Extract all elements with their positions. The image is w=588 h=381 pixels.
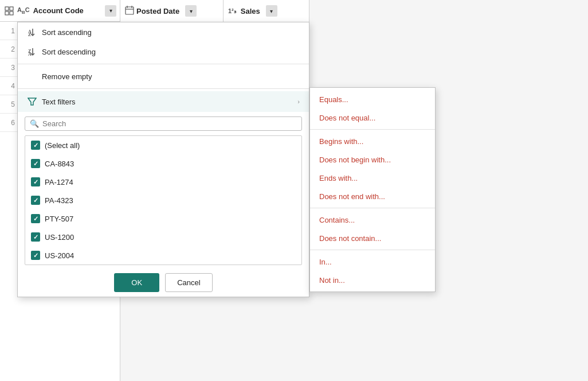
item-label: PA-4323	[45, 196, 73, 205]
search-icon: 🔍	[30, 119, 39, 128]
checkmark-icon: ✓	[33, 252, 38, 259]
item-label: PA-1274	[45, 178, 73, 186]
does-not-contain-item[interactable]: Does not contain...	[310, 229, 435, 247]
checkmark-icon: ✓	[33, 234, 38, 241]
menu-divider-2	[18, 88, 309, 89]
search-input[interactable]	[42, 119, 297, 128]
svg-rect-2	[5, 11, 9, 15]
submenu-divider-3	[310, 250, 435, 250]
in-label: In...	[319, 258, 332, 266]
svg-marker-14	[28, 98, 36, 105]
does-not-equal-item[interactable]: Does not equal...	[310, 108, 435, 127]
not-in-item[interactable]: Not in...	[310, 271, 435, 289]
select-all-item[interactable]: ✓ (Select all)	[25, 136, 301, 154]
does-not-contain-label: Does not contain...	[319, 234, 381, 243]
button-row: OK Cancel	[18, 273, 309, 292]
ends-with-item[interactable]: Ends with...	[310, 169, 435, 187]
sort-descending-label: Sort descending	[42, 48, 96, 56]
posted-date-type-icon	[125, 6, 134, 17]
posted-date-dropdown-button[interactable]: ▾	[185, 5, 197, 17]
item-label: US-2004	[45, 251, 74, 260]
checkmark-icon: ✓	[33, 160, 38, 168]
text-filters-item[interactable]: Text filters ›	[18, 91, 309, 112]
cancel-button[interactable]: Cancel	[165, 273, 212, 292]
row-number: 1	[3, 27, 15, 35]
item-label: US-1200	[45, 233, 74, 242]
list-item[interactable]: ✓ US-2004	[25, 246, 301, 265]
row-number: 2	[3, 45, 15, 53]
search-wrapper: 🔍	[18, 112, 309, 135]
checkbox-pty507[interactable]: ✓	[31, 214, 40, 223]
equals-label: Equals...	[319, 95, 348, 104]
text-filters-label: Text filters	[42, 98, 76, 106]
account-code-title: Account Code	[33, 6, 103, 15]
sort-ascending-icon: A Z	[27, 27, 37, 37]
in-item[interactable]: In...	[310, 252, 435, 271]
remove-empty-label: Remove empty	[42, 72, 92, 81]
sort-ascending-item[interactable]: A Z Sort ascending	[18, 22, 309, 42]
item-label: CA-8843	[45, 160, 74, 168]
account-code-type-icon: ABC	[17, 6, 30, 15]
checkbox-pa1274[interactable]: ✓	[31, 177, 40, 186]
does-not-end-with-item[interactable]: Does not end with...	[310, 187, 435, 205]
svg-rect-3	[10, 11, 13, 15]
item-label: PTY-507	[45, 215, 73, 223]
checkbox-us2004[interactable]: ✓	[31, 251, 40, 260]
text-filters-submenu: Equals... Does not equal... Begins with.…	[309, 87, 436, 292]
account-code-dropdown-button[interactable]: ▾	[105, 5, 116, 17]
posted-date-header: Posted Date ▾	[120, 0, 224, 22]
contains-item[interactable]: Contains...	[310, 211, 435, 229]
checkbox-us1200[interactable]: ✓	[31, 232, 40, 242]
list-item[interactable]: ✓ PA-4323	[25, 191, 301, 209]
begins-with-label: Begins with...	[319, 137, 363, 146]
sales-dropdown-button[interactable]: ▾	[266, 5, 277, 17]
sort-ascending-label: Sort ascending	[42, 28, 92, 37]
search-box: 🔍	[25, 116, 302, 131]
svg-text:Z: Z	[28, 32, 31, 37]
posted-date-title: Posted Date	[136, 7, 179, 15]
select-all-checkbox[interactable]: ✓	[31, 141, 40, 150]
does-not-begin-with-item[interactable]: Does not begin with...	[310, 150, 435, 169]
checkmark-icon: ✓	[33, 197, 38, 204]
sales-title: Sales	[241, 7, 260, 15]
sort-descending-item[interactable]: Z A Sort descending	[18, 42, 309, 61]
not-in-label: Not in...	[319, 276, 345, 285]
column-filter-dropdown: A Z Sort ascending Z A Sort descending R…	[17, 22, 309, 297]
list-item[interactable]: ✓ CA-8843	[25, 154, 301, 173]
equals-item[interactable]: Equals...	[310, 90, 435, 108]
checkbox-pa4323[interactable]: ✓	[31, 196, 40, 205]
row-number: 6	[3, 119, 15, 127]
text-filters-icon	[27, 96, 37, 107]
does-not-begin-with-label: Does not begin with...	[319, 155, 391, 164]
row-number: 3	[3, 64, 15, 72]
svg-rect-4	[126, 7, 134, 14]
row-number: 5	[3, 100, 15, 108]
svg-rect-1	[10, 7, 13, 10]
contains-label: Contains...	[319, 216, 355, 224]
begins-with-item[interactable]: Begins with...	[310, 132, 435, 150]
sales-type-icon: 1²₃	[228, 7, 236, 15]
account-code-header: ABC Account Code ▾	[0, 0, 120, 22]
submenu-divider-1	[310, 129, 435, 130]
remove-empty-item[interactable]: Remove empty	[18, 67, 309, 86]
checkmark-icon: ✓	[33, 215, 38, 223]
remove-empty-icon	[27, 71, 37, 81]
checkbox-list: ✓ (Select all) ✓ CA-8843 ✓ PA-1274 ✓ PA-…	[25, 135, 302, 265]
checkbox-ca8843[interactable]: ✓	[31, 159, 40, 168]
svg-rect-0	[5, 7, 9, 10]
list-item[interactable]: ✓ PTY-507	[25, 209, 301, 228]
does-not-end-with-label: Does not end with...	[319, 192, 385, 201]
grid-icon	[3, 5, 15, 17]
does-not-equal-label: Does not equal...	[319, 114, 375, 122]
sales-header: 1²₃ Sales ▾	[224, 0, 309, 22]
row-number: 4	[3, 82, 15, 90]
ends-with-label: Ends with...	[319, 174, 358, 182]
list-item[interactable]: ✓ PA-1274	[25, 173, 301, 191]
ok-button[interactable]: OK	[114, 273, 159, 292]
sort-descending-icon: Z A	[27, 46, 37, 57]
list-item[interactable]: ✓ US-1200	[25, 228, 301, 246]
menu-divider-1	[18, 64, 309, 64]
checkmark-icon: ✓	[33, 178, 38, 186]
submenu-divider-2	[310, 208, 435, 208]
text-filters-chevron-icon: ›	[297, 98, 300, 105]
